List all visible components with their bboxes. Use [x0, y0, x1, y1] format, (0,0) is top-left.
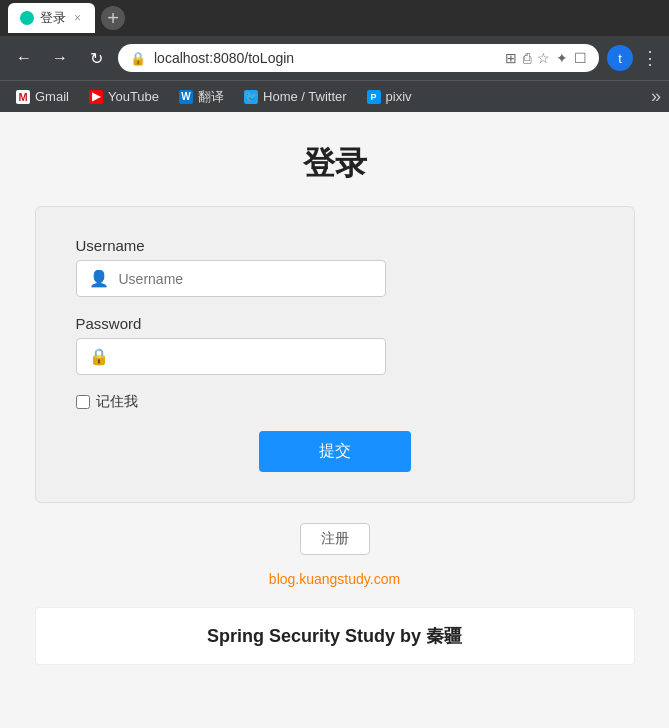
user-icon: 👤 [89, 269, 109, 288]
footer-text: Spring Security Study by 秦疆 [207, 626, 462, 646]
bookmark-twitter[interactable]: 🐦 Home / Twitter [236, 86, 355, 107]
address-action-icons: ⊞ ⎙ ☆ ✦ ☐ [505, 50, 587, 66]
tab-bar: 登录 × + [0, 0, 669, 36]
page-content: 登录 Username 👤 Password 🔒 记住我 提交 注册 [0, 112, 669, 728]
twitter-favicon: 🐦 [244, 90, 258, 104]
bookmark-pixiv[interactable]: P pixiv [359, 86, 420, 107]
bookmark-star-icon[interactable]: ☆ [537, 50, 550, 66]
username-label: Username [76, 237, 594, 254]
pixiv-favicon: P [367, 90, 381, 104]
more-bookmarks-button[interactable]: » [651, 86, 661, 107]
page-title: 登录 [303, 142, 367, 186]
back-button[interactable]: ← [10, 49, 38, 67]
screenshot-icon[interactable]: ☐ [574, 50, 587, 66]
gmail-favicon: M [16, 90, 30, 104]
bing-favicon: W [179, 90, 193, 104]
bookmark-pixiv-label: pixiv [386, 89, 412, 104]
browser-chrome: 登录 × + ← → ↻ 🔒 localhost:8080/toLogin ⊞ … [0, 0, 669, 112]
new-tab-button[interactable]: + [101, 6, 125, 30]
bookmark-gmail[interactable]: M Gmail [8, 86, 77, 107]
active-tab[interactable]: 登录 × [8, 3, 95, 33]
register-button[interactable]: 注册 [300, 523, 370, 555]
footer-bar: Spring Security Study by 秦疆 [35, 607, 635, 665]
forward-button[interactable]: → [46, 49, 74, 67]
username-input[interactable] [119, 271, 373, 287]
lock-icon: 🔒 [130, 51, 146, 66]
address-bar: ← → ↻ 🔒 localhost:8080/toLogin ⊞ ⎙ ☆ ✦ ☐… [0, 36, 669, 80]
bookmark-translate-label: 翻译 [198, 88, 224, 106]
address-input[interactable]: 🔒 localhost:8080/toLogin ⊞ ⎙ ☆ ✦ ☐ [118, 44, 599, 72]
youtube-favicon: ▶ [89, 90, 103, 104]
share-icon[interactable]: ⎙ [523, 50, 531, 66]
submit-button[interactable]: 提交 [259, 431, 411, 472]
remember-me-checkbox[interactable] [76, 395, 90, 409]
password-input[interactable] [119, 349, 373, 365]
password-label: Password [76, 315, 594, 332]
username-field-group: Username 👤 [76, 237, 594, 297]
bookmarks-bar: M Gmail ▶ YouTube W 翻译 🐦 Home / Twitter … [0, 80, 669, 112]
translate-icon[interactable]: ⊞ [505, 50, 517, 66]
lock-field-icon: 🔒 [89, 347, 109, 366]
bookmark-youtube[interactable]: ▶ YouTube [81, 86, 167, 107]
bookmark-twitter-label: Home / Twitter [263, 89, 347, 104]
tab-close-button[interactable]: × [72, 11, 83, 25]
menu-button[interactable]: ⋮ [641, 47, 659, 69]
bookmark-translate[interactable]: W 翻译 [171, 85, 232, 109]
password-field-group: Password 🔒 [76, 315, 594, 375]
tab-favicon [20, 11, 34, 25]
url-text: localhost:8080/toLogin [154, 50, 497, 66]
bookmark-gmail-label: Gmail [35, 89, 69, 104]
reload-button[interactable]: ↻ [82, 49, 110, 68]
bookmark-youtube-label: YouTube [108, 89, 159, 104]
username-input-wrap: 👤 [76, 260, 386, 297]
profile-button[interactable]: t [607, 45, 633, 71]
remember-me-wrap: 记住我 [76, 393, 594, 411]
extension-icon[interactable]: ✦ [556, 50, 568, 66]
tab-label: 登录 [40, 9, 66, 27]
login-card: Username 👤 Password 🔒 记住我 提交 [35, 206, 635, 503]
blog-link[interactable]: blog.kuangstudy.com [269, 571, 400, 587]
remember-me-label: 记住我 [96, 393, 138, 411]
password-input-wrap: 🔒 [76, 338, 386, 375]
